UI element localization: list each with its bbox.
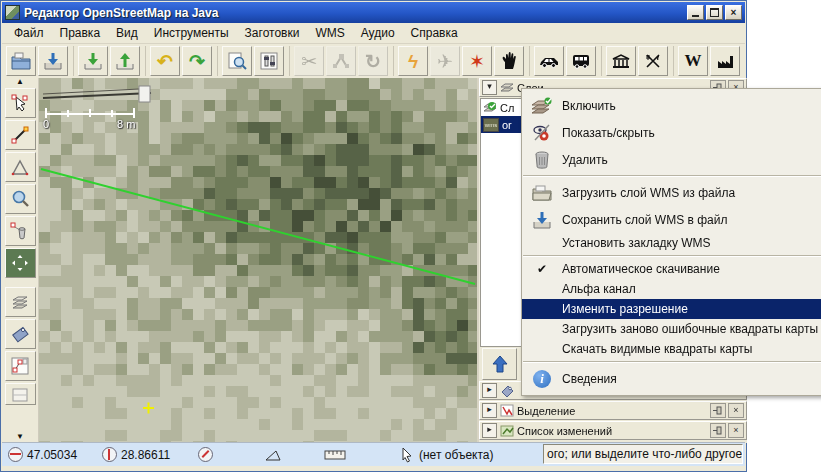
search-objects-button[interactable] xyxy=(222,46,252,76)
toolbar-scroll-up[interactable]: ▲ xyxy=(2,78,38,86)
title-bar[interactable]: Редактор OpenStreetMap на Java × xyxy=(2,2,745,23)
bus-preset-button[interactable] xyxy=(566,46,596,76)
changeset-panel-close-button[interactable]: × xyxy=(728,423,744,438)
map-view[interactable]: 0 8 m xyxy=(39,78,477,445)
zoom-tool-button[interactable] xyxy=(5,184,36,214)
menu-item-reload-error-tiles[interactable]: Загрузить заново ошибочные квадраты карт… xyxy=(522,319,821,339)
emergency-preset-button[interactable]: ✶ xyxy=(462,46,492,76)
data-layer-icon xyxy=(483,101,497,115)
download-layer-button[interactable] xyxy=(78,46,108,76)
heading-icon xyxy=(198,447,213,462)
map-style-tool-button[interactable] xyxy=(5,383,36,405)
layers-panel-collapse-button[interactable]: ▾ xyxy=(482,80,497,95)
selection-panel-expand-button[interactable]: ▸ xyxy=(482,403,497,418)
open-file-button[interactable] xyxy=(6,46,36,76)
longitude-icon xyxy=(102,447,117,462)
menu-audio[interactable]: Аудио xyxy=(353,24,403,42)
upload-layer-button[interactable] xyxy=(110,46,140,76)
selection-panel-icon xyxy=(500,404,514,417)
latitude-value: 47.05034 xyxy=(27,448,77,462)
layers-tool-button[interactable] xyxy=(5,287,36,317)
magnifier-icon xyxy=(10,189,30,209)
draw-node-tool-button[interactable] xyxy=(5,120,36,150)
car-icon xyxy=(538,52,560,70)
unglue-node-button[interactable] xyxy=(326,46,356,76)
castle-preset-button[interactable]: W xyxy=(678,46,708,76)
menu-item-delete[interactable]: Удалить xyxy=(522,146,821,173)
redo-button[interactable]: ↷ xyxy=(182,46,212,76)
save-icon xyxy=(531,210,553,230)
maximize-button[interactable] xyxy=(706,5,723,20)
changeset-panel-expand-button[interactable]: ▸ xyxy=(482,423,497,438)
relation-tool-button[interactable] xyxy=(5,351,36,381)
undo-button[interactable]: ↶ xyxy=(150,46,180,76)
green-download-icon xyxy=(82,51,104,71)
restaurant-preset-button[interactable] xyxy=(638,46,668,76)
download-osm-button[interactable] xyxy=(38,46,68,76)
museum-preset-button[interactable] xyxy=(606,46,636,76)
move-tool-button[interactable] xyxy=(5,248,36,278)
preferences-button[interactable] xyxy=(254,46,284,76)
menu-item-alpha-channel[interactable]: Альфа канал xyxy=(522,279,821,299)
menu-item-info[interactable]: i Сведения xyxy=(522,365,821,392)
menu-item-show-hide[interactable]: Показать/скрыть xyxy=(522,119,821,146)
scissors-icon: ✂ xyxy=(301,52,317,71)
changeset-panel-pin-button[interactable] xyxy=(710,423,726,438)
selection-panel-close-button[interactable]: × xyxy=(728,403,744,418)
menu-item-save-wms-file[interactable]: Сохранить слой WMS в файл xyxy=(522,206,821,233)
sync-icon: ↻ xyxy=(365,52,381,71)
delete-tool-button[interactable] xyxy=(5,216,36,246)
wms-layer-icon: wms xyxy=(483,118,499,132)
inbox-download-icon xyxy=(42,51,64,71)
menu-wms[interactable]: WMS xyxy=(307,24,352,42)
hint-textbox[interactable]: ого; или выделите что-либо другое xyxy=(543,444,743,464)
menu-item-load-wms-file[interactable]: Загрузить слой WMS из файла xyxy=(522,179,821,206)
tags-panel-icon xyxy=(500,384,514,397)
menu-item-change-resolution[interactable]: Изменить разрешение xyxy=(522,299,821,319)
properties-panel-expand-button[interactable]: ▸ xyxy=(482,383,497,398)
changeset-panel-header[interactable]: ▸ Список изменений × xyxy=(479,421,747,440)
tags-tool-button[interactable] xyxy=(5,319,36,349)
toolbar-group-history: ↶ ↷ xyxy=(149,46,218,76)
menu-help[interactable]: Справка xyxy=(403,24,466,42)
burst-icon: ✶ xyxy=(469,52,485,71)
show-hide-icon xyxy=(532,123,552,143)
minimize-button[interactable] xyxy=(687,5,704,20)
status-bar: 47.05034 28.86611 (нет объекта) ого; или… xyxy=(2,442,745,466)
redo-icon: ↷ xyxy=(189,52,205,71)
move-layer-up-button[interactable] xyxy=(482,348,517,380)
toolbar-scroll-down[interactable]: ▼ xyxy=(2,433,38,441)
relation-icon xyxy=(10,356,30,376)
pin-icon xyxy=(713,406,723,415)
satellite-imagery[interactable] xyxy=(39,78,477,445)
angle-icon xyxy=(10,157,30,177)
flash-preset-button[interactable]: ϟ xyxy=(398,46,428,76)
distance-readout xyxy=(324,443,346,466)
car-preset-button[interactable] xyxy=(534,46,564,76)
factory-preset-button[interactable] xyxy=(710,46,740,76)
toolbar-group-presets-4: W xyxy=(677,46,745,76)
measure-angle-tool-button[interactable] xyxy=(5,152,36,182)
close-button[interactable]: × xyxy=(725,5,742,20)
toolbar-group-view xyxy=(221,46,290,76)
selection-panel-header[interactable]: ▸ Выделение × xyxy=(479,401,747,420)
open-folder-icon xyxy=(531,184,553,202)
menu-edit[interactable]: Правка xyxy=(52,24,109,42)
select-tool-button[interactable] xyxy=(5,88,36,118)
menu-item-set-wms-bookmark[interactable]: Установить закладку WMS xyxy=(522,233,821,253)
airplane-preset-button[interactable]: ✈ xyxy=(430,46,460,76)
toolbar-group-presets-3 xyxy=(605,46,674,76)
unglue-icon xyxy=(331,51,351,71)
menu-item-auto-download[interactable]: ✔ Автоматическое скачивание xyxy=(522,259,821,279)
menu-item-activate[interactable]: Включить xyxy=(522,92,821,119)
menu-file[interactable]: Файл xyxy=(6,24,52,42)
green-upload-icon xyxy=(114,51,136,71)
menu-tools[interactable]: Инструменты xyxy=(146,24,237,42)
sync-button[interactable]: ↻ xyxy=(358,46,388,76)
selection-panel-pin-button[interactable] xyxy=(710,403,726,418)
split-way-button[interactable]: ✂ xyxy=(294,46,324,76)
menu-presets[interactable]: Заготовки xyxy=(237,24,308,42)
menu-item-download-visible-tiles[interactable]: Скачать видимые квадраты карты xyxy=(522,339,821,359)
menu-view[interactable]: Вид xyxy=(108,24,146,42)
hand-tool-button[interactable] xyxy=(494,46,524,76)
